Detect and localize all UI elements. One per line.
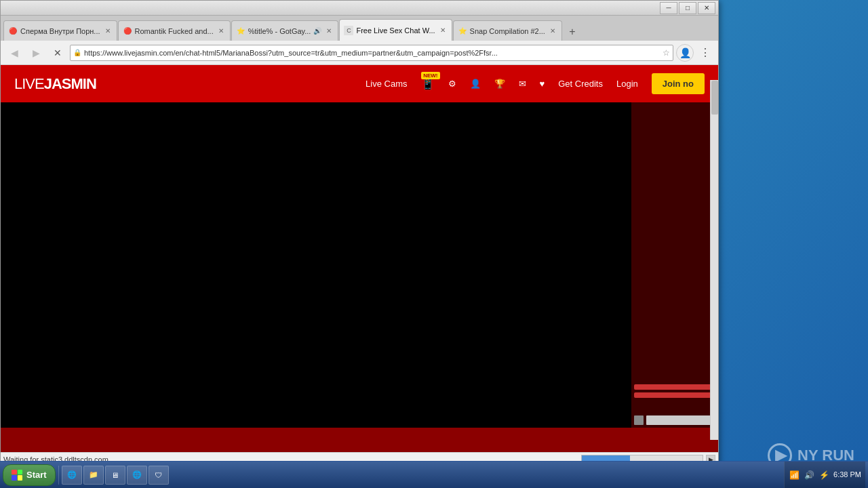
profile-button[interactable]: 👤: [676, 44, 694, 62]
tab-2-favicon-icon: 🔴: [123, 27, 132, 35]
tab-1-favicon: 🔴: [8, 26, 18, 36]
taskbar-btn-2[interactable]: 📁: [83, 466, 104, 485]
windows-logo: [12, 470, 22, 481]
tab-4-favicon: C: [344, 26, 353, 35]
tab-2[interactable]: 🔴 Romantik Fucked and... ✕: [118, 20, 231, 41]
win-logo-q1: [12, 470, 17, 475]
tab-2-close[interactable]: ✕: [216, 26, 226, 36]
new-badge: NEW!: [421, 72, 439, 79]
nav-join-button[interactable]: Join no: [652, 73, 705, 94]
tray-volume-icon[interactable]: 🔊: [804, 470, 814, 481]
toolbar: ◀ ▶ ✕ 🔒 https://www.livejasmin.com/en/ch…: [1, 41, 718, 65]
maximize-button[interactable]: □: [679, 2, 696, 14]
page-scrollbar[interactable]: [710, 80, 718, 440]
win-logo-q3: [12, 475, 17, 481]
tab-5-label: Snap Compilation #2...: [470, 27, 545, 35]
back-button[interactable]: ◀: [5, 44, 24, 62]
system-clock: 6:38 PM: [833, 470, 861, 480]
tab-3-favicon: ⭐: [236, 26, 245, 36]
tab-2-favicon: 🔴: [123, 26, 132, 36]
tab-5-favicon-icon: ⭐: [458, 27, 467, 35]
taskbar-btn-3-icon: 🖥: [110, 470, 121, 481]
win-logo-q2: [18, 470, 23, 475]
livejasmin-navbar: LIVEJASMIN Live Cams 📱 NEW! ⚙ 👤 🏆 ✉ ♥ Ge…: [1, 65, 718, 102]
win-logo-q4: [18, 475, 23, 481]
reload-button[interactable]: ✕: [48, 44, 67, 62]
tab-3-label: %title% - GotGay...: [248, 27, 311, 35]
tab-2-label: Romantik Fucked and...: [135, 27, 214, 35]
taskbar-btn-5[interactable]: 🛡: [149, 466, 169, 485]
new-tab-button[interactable]: +: [563, 23, 582, 41]
taskbar-btn-4[interactable]: 🌐: [127, 466, 147, 485]
window-controls: ─ □ ✕: [660, 2, 715, 14]
lock-icon: 🔒: [73, 49, 81, 56]
scroll-dot: [634, 415, 644, 425]
system-tray: 📶 🔊 ⚡ 6:38 PM: [784, 462, 865, 488]
start-label: Start: [26, 470, 47, 480]
address-text: https://www.livejasmin.com/en/chat-html5…: [84, 49, 660, 57]
nav-links: Live Cams 📱 NEW! ⚙ 👤 🏆 ✉ ♥ Get Credits L…: [366, 73, 705, 94]
scroll-track[interactable]: [646, 415, 715, 425]
nav-live-cams[interactable]: Live Cams: [366, 79, 407, 89]
tab-4-favicon-icon: C: [344, 26, 353, 35]
taskbar-btn-4-icon: 🌐: [132, 470, 142, 481]
toolbar-right: 👤 ⋮: [676, 44, 714, 62]
taskbar: Start 🌐 📁 🖥 🌐 🛡 📶 🔊 ⚡ 6:38 PM: [0, 461, 868, 488]
tab-1-label: Сперма Внутри Порн...: [20, 27, 100, 35]
chat-control-bar-1: [634, 384, 715, 390]
tab-5[interactable]: ⭐ Snap Compilation #2... ✕: [453, 20, 562, 41]
nav-login[interactable]: Login: [616, 79, 638, 89]
tab-4-label: Free Live Sex Chat W...: [356, 26, 435, 35]
tab-3-close[interactable]: ✕: [324, 26, 334, 36]
tab-3-favicon-icon: ⭐: [237, 27, 245, 35]
scroll-thumb[interactable]: [711, 81, 718, 115]
livejasmin-logo: LIVEJASMIN: [14, 75, 96, 93]
chat-bottom-controls: [631, 382, 718, 401]
tab-4-close[interactable]: ✕: [438, 26, 448, 35]
website-content: LIVEJASMIN Live Cams 📱 NEW! ⚙ 👤 🏆 ✉ ♥ Ge…: [1, 65, 718, 453]
nav-trophy-icon[interactable]: 🏆: [494, 79, 505, 89]
taskbar-btn-1[interactable]: 🌐: [62, 466, 82, 485]
tray-network-icon[interactable]: 📶: [789, 470, 800, 481]
nav-settings-icon[interactable]: ⚙: [448, 79, 456, 89]
close-button[interactable]: ✕: [698, 2, 715, 14]
nav-mobile-icon-container[interactable]: 📱 NEW!: [421, 77, 435, 90]
address-bar[interactable]: 🔒 https://www.livejasmin.com/en/chat-htm…: [70, 45, 673, 61]
browser-window: ─ □ ✕ 🔴 Сперма Внутри Порн... ✕ 🔴 Romant…: [0, 0, 719, 466]
logo-live: LIVE: [14, 75, 44, 92]
chat-control-bar-2: [634, 392, 715, 398]
tab-1[interactable]: 🔴 Сперма Внутри Порн... ✕: [3, 20, 117, 41]
nav-mail-icon[interactable]: ✉: [519, 79, 526, 89]
title-bar: ─ □ ✕: [1, 1, 718, 16]
video-player[interactable]: [1, 102, 618, 428]
taskbar-btn-3[interactable]: 🖥: [105, 466, 125, 485]
scroll-controls: [631, 413, 718, 428]
tab-4[interactable]: C Free Live Sex Chat W... ✕: [339, 19, 452, 41]
tab-5-close[interactable]: ✕: [548, 26, 557, 36]
tab-1-favicon-icon: 🔴: [9, 27, 17, 35]
taskbar-btn-1-icon: 🌐: [66, 470, 77, 481]
forward-button[interactable]: ▶: [26, 44, 45, 62]
nav-heart-icon[interactable]: ♥: [540, 79, 545, 89]
start-button[interactable]: Start: [3, 464, 56, 486]
taskbar-btn-2-icon: 📁: [88, 470, 99, 481]
logo-jasmin: JASMIN: [44, 75, 96, 92]
minimize-button[interactable]: ─: [660, 2, 677, 14]
tray-power-icon[interactable]: ⚡: [818, 470, 829, 481]
taskbar-btn-5-icon: 🛡: [153, 470, 164, 481]
taskbar-divider: [58, 466, 59, 485]
tab-1-close[interactable]: ✕: [103, 26, 113, 36]
menu-button[interactable]: ⋮: [696, 44, 714, 62]
tab-5-favicon: ⭐: [458, 26, 467, 36]
main-content-area: [1, 102, 718, 428]
nav-get-credits[interactable]: Get Credits: [558, 79, 603, 89]
tab-3-audio-icon: 🔊: [313, 27, 321, 35]
bookmark-star-icon[interactable]: ☆: [663, 48, 670, 58]
nav-community-icon[interactable]: 👤: [470, 79, 481, 89]
tab-bar: 🔴 Сперма Внутри Порн... ✕ 🔴 Romantik Fuc…: [1, 16, 718, 41]
chat-sidebar: [631, 102, 718, 428]
tab-3[interactable]: ⭐ %title% - GotGay... 🔊 ✕: [231, 20, 339, 41]
